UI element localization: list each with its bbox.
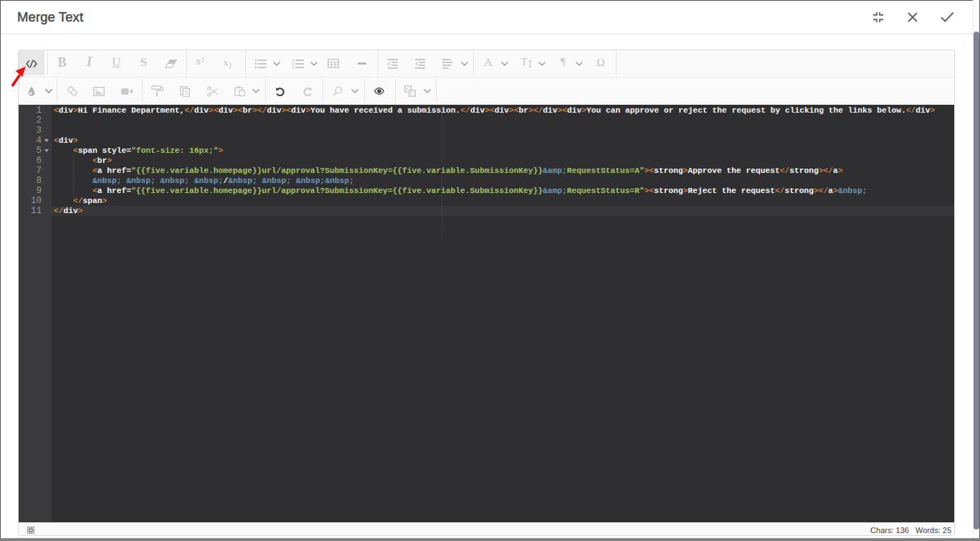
svg-text:3: 3 (292, 65, 294, 70)
